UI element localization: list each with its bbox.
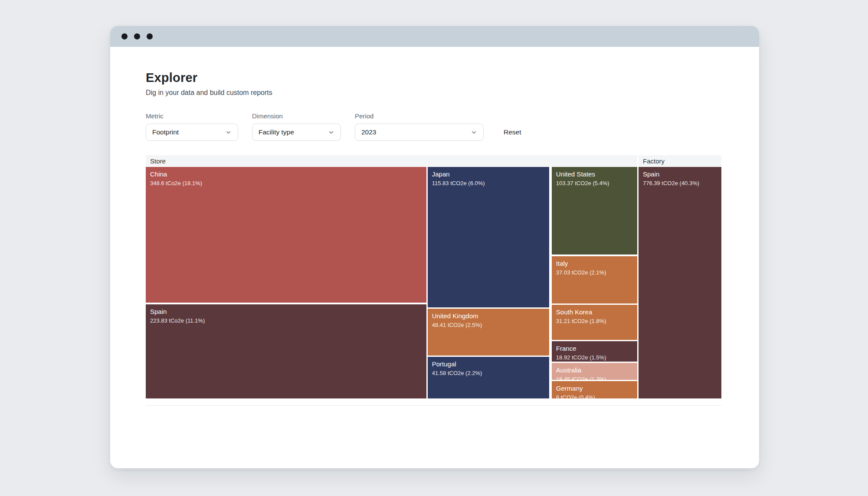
cell-detail: 18.45 tCO2e (1.3%) xyxy=(556,375,633,380)
treemap-cell-united-states[interactable]: United States 103.37 tCO2e (5.4%) xyxy=(552,167,637,255)
dimension-control: Dimension Facility type xyxy=(252,112,341,141)
page-title: Explorer xyxy=(146,71,724,85)
cell-name: Spain xyxy=(150,307,422,316)
metric-control: Metric Footprint xyxy=(146,112,238,141)
treemap-group-header-factory: Factory xyxy=(639,155,721,166)
cell-name: China xyxy=(150,170,422,179)
treemap-cell-japan[interactable]: Japan 115.83 tCO2e (6.0%) xyxy=(428,167,549,307)
cell-name: United Kingdom xyxy=(432,312,545,320)
cell-name: Germany xyxy=(556,384,633,393)
treemap-chart: Store China 348.6 tCo2e (18.1%) Spain 22… xyxy=(146,155,721,398)
reset-button[interactable]: Reset xyxy=(502,124,523,141)
metric-label: Metric xyxy=(146,112,238,120)
cell-name: Japan xyxy=(432,170,545,179)
treemap-cell-germany[interactable]: Germany 8 tCO2e (0.4%) xyxy=(552,381,637,398)
treemap-cell-australia[interactable]: Australia 18.45 tCO2e (1.3%) xyxy=(552,363,637,380)
window-titlebar xyxy=(110,26,759,47)
cell-detail: 223.83 tCo2e (11.1%) xyxy=(150,317,422,324)
treemap-group-store: Store China 348.6 tCo2e (18.1%) Spain 22… xyxy=(146,155,637,398)
cell-detail: 8 tCO2e (0.4%) xyxy=(556,394,633,398)
chevron-down-icon xyxy=(328,129,334,136)
cell-name: Spain xyxy=(643,170,717,179)
treemap-cell-italy[interactable]: Italy 37.03 tCO2e (2.1%) xyxy=(552,256,637,303)
window-control-dot[interactable] xyxy=(147,33,153,39)
filter-controls: Metric Footprint Dimension Facility type xyxy=(146,112,724,141)
metric-dropdown[interactable]: Footprint xyxy=(146,124,238,141)
main-content: Explorer Dig in your data and build cust… xyxy=(110,71,759,406)
cell-detail: 348.6 tCo2e (18.1%) xyxy=(150,179,422,187)
period-dropdown[interactable]: 2023 xyxy=(355,124,484,141)
cell-detail: 31.21 tCO2e (1.8%) xyxy=(556,317,633,325)
treemap-cell-spain-factory[interactable]: Spain 776.39 tCO2e (40.3%) xyxy=(639,167,721,398)
chevron-down-icon xyxy=(225,129,232,136)
treemap-group-body-factory: Spain 776.39 tCO2e (40.3%) xyxy=(639,167,721,398)
cell-detail: 103.37 tCO2e (5.4%) xyxy=(556,179,633,187)
cell-detail: 18.92 tCO2e (1.5%) xyxy=(556,354,633,361)
cell-detail: 48.41 tCO2e (2.5%) xyxy=(432,321,545,329)
treemap-group-body-store: China 348.6 tCo2e (18.1%) Spain 223.83 t… xyxy=(146,167,637,398)
treemap-cell-portugal[interactable]: Portugal 41.58 tCO2e (2.2%) xyxy=(428,357,549,398)
cell-name: South Korea xyxy=(556,308,633,317)
cell-name: Australia xyxy=(556,366,633,375)
treemap-cell-spain-store[interactable]: Spain 223.83 tCo2e (11.1%) xyxy=(146,304,426,398)
page-subtitle: Dig in your data and build custom report… xyxy=(146,89,724,97)
period-control: Period 2023 xyxy=(355,112,484,141)
cell-name: France xyxy=(556,344,633,353)
treemap-group-factory: Factory Spain 776.39 tCO2e (40.3%) xyxy=(639,155,721,398)
dimension-dropdown[interactable]: Facility type xyxy=(252,124,341,141)
window-control-dot[interactable] xyxy=(134,33,140,39)
treemap-cell-france[interactable]: France 18.92 tCO2e (1.5%) xyxy=(552,341,637,362)
window-control-dot[interactable] xyxy=(121,33,128,39)
cell-detail: 41.58 tCO2e (2.2%) xyxy=(432,369,545,377)
content-divider xyxy=(146,405,721,406)
app-window: Explorer Dig in your data and build cust… xyxy=(110,26,759,468)
cell-name: United States xyxy=(556,170,633,179)
dimension-label: Dimension xyxy=(252,112,341,120)
chevron-down-icon xyxy=(471,129,477,136)
cell-detail: 115.83 tCO2e (6.0%) xyxy=(432,179,545,187)
period-label: Period xyxy=(355,112,484,120)
cell-name: Portugal xyxy=(432,360,545,369)
treemap-group-header-store: Store xyxy=(146,155,637,166)
metric-value: Footprint xyxy=(152,128,179,136)
cell-detail: 776.39 tCO2e (40.3%) xyxy=(643,179,717,187)
period-value: 2023 xyxy=(361,128,376,136)
treemap-cell-china[interactable]: China 348.6 tCo2e (18.1%) xyxy=(146,167,426,303)
treemap-cell-south-korea[interactable]: South Korea 31.21 tCO2e (1.8%) xyxy=(552,305,637,340)
desktop-background: { "header": { "title": "Explorer", "subt… xyxy=(0,0,868,496)
treemap-cell-united-kingdom[interactable]: United Kingdom 48.41 tCO2e (2.5%) xyxy=(428,309,549,356)
cell-detail: 37.03 tCO2e (2.1%) xyxy=(556,269,633,276)
dimension-value: Facility type xyxy=(259,128,294,136)
cell-name: Italy xyxy=(556,259,633,268)
